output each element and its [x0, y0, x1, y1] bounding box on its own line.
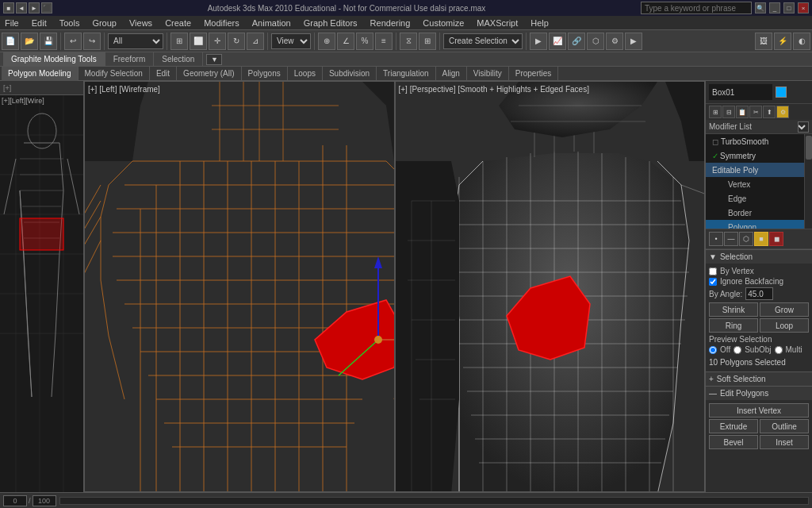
- snap-btn[interactable]: ⊕: [318, 33, 335, 50]
- miroor-btn[interactable]: ⧖: [400, 33, 417, 50]
- soft-selection-collapse-header[interactable]: + Soft Selection: [706, 371, 812, 386]
- mod-icon-1[interactable]: ⊞: [709, 106, 722, 118]
- menu-views[interactable]: Views: [128, 18, 154, 28]
- polygon-mode-btn[interactable]: ■: [754, 232, 768, 246]
- maximize-button[interactable]: □: [783, 2, 795, 13]
- render-btn[interactable]: ▶: [625, 33, 642, 50]
- select-rotate-btn[interactable]: ↻: [228, 33, 245, 50]
- inset-btn[interactable]: Inset: [760, 435, 809, 449]
- angle-snap-btn[interactable]: ∠: [337, 33, 354, 50]
- named-sel-btn[interactable]: ▶: [530, 33, 547, 50]
- outline-btn[interactable]: Outline: [760, 419, 809, 433]
- render-prod-btn[interactable]: ⚡: [774, 33, 791, 50]
- menu-edit[interactable]: Edit: [30, 18, 48, 28]
- poly-tab-polygons[interactable]: Polygons: [242, 67, 288, 81]
- redo-btn[interactable]: ↪: [83, 33, 101, 50]
- menu-help[interactable]: Help: [529, 18, 550, 28]
- search-input[interactable]: [641, 2, 752, 14]
- object-color-swatch[interactable]: [776, 87, 787, 98]
- close-button[interactable]: ×: [798, 2, 809, 13]
- activeshade-btn[interactable]: ◐: [793, 33, 810, 50]
- tb-icon-3[interactable]: ⬛: [41, 2, 52, 13]
- poly-tab-polygon-modeling[interactable]: Polygon Modeling: [2, 67, 79, 81]
- save-btn[interactable]: 💾: [40, 33, 57, 50]
- extrude-btn[interactable]: Extrude: [709, 419, 758, 433]
- edit-polygons-collapse-header[interactable]: — Edit Polygons: [706, 386, 812, 400]
- mod-icon-4[interactable]: ✂: [749, 106, 762, 118]
- menu-create[interactable]: Create: [163, 18, 193, 28]
- modifier-scrollbar-thumb[interactable]: [806, 136, 812, 160]
- menu-group[interactable]: Group: [90, 18, 118, 28]
- modifier-vertex[interactable]: Vertex: [706, 177, 812, 191]
- poly-tab-subdivision[interactable]: Subdivision: [323, 67, 377, 81]
- minimize-button[interactable]: _: [769, 2, 780, 13]
- shrink-btn[interactable]: Shrink: [709, 302, 758, 317]
- modifier-symmetry[interactable]: ✓ Symmetry: [706, 148, 812, 163]
- menu-file[interactable]: File: [3, 18, 21, 28]
- modifier-turbosmoothp[interactable]: ◻ TurboSmooth: [706, 134, 812, 148]
- modifier-list-dropdown[interactable]: ▼: [798, 121, 809, 133]
- poly-tab-modify-selection[interactable]: Modify Selection: [79, 67, 150, 81]
- modifier-border[interactable]: Border: [706, 206, 812, 220]
- menu-rendering[interactable]: Rendering: [369, 18, 412, 28]
- spinner-snap-btn[interactable]: ≡: [375, 33, 393, 50]
- modifier-edge[interactable]: Edge: [706, 191, 812, 206]
- menu-maxscript[interactable]: MAXScript: [475, 18, 519, 28]
- poly-tab-geometry-all[interactable]: Geometry (All): [177, 67, 241, 81]
- border-mode-btn[interactable]: ⬡: [739, 232, 753, 246]
- render-setup-btn[interactable]: ⚙: [606, 33, 623, 50]
- menu-graph-editors[interactable]: Graph Editors: [302, 18, 359, 28]
- select-region-btn[interactable]: ⬜: [190, 33, 207, 50]
- preview-subobj-radio[interactable]: [733, 346, 741, 354]
- menu-tools[interactable]: Tools: [58, 18, 82, 28]
- by-vertex-checkbox[interactable]: [709, 267, 717, 275]
- mod-icon-5[interactable]: ⬆: [763, 106, 776, 118]
- preview-off-radio[interactable]: [709, 346, 717, 354]
- timeline-current-frame[interactable]: 0: [3, 495, 27, 506]
- tab-graphite-modeling[interactable]: Graphite Modeling Tools: [3, 52, 105, 67]
- view-select[interactable]: View: [271, 33, 311, 49]
- ignore-backfacing-checkbox[interactable]: [709, 278, 717, 286]
- poly-tab-triangulation[interactable]: Triangulation: [377, 67, 435, 81]
- menu-modifiers[interactable]: Modifiers: [202, 18, 241, 28]
- edge-mode-btn[interactable]: —: [724, 232, 738, 246]
- mod-icon-configure[interactable]: ⚙: [776, 106, 789, 118]
- object-name-input[interactable]: Box01: [709, 84, 772, 100]
- menu-animation[interactable]: Animation: [251, 18, 293, 28]
- material-editor-btn[interactable]: ⬡: [587, 33, 604, 50]
- modifier-editable-poly[interactable]: Editable Poly: [706, 163, 812, 177]
- select-move-btn[interactable]: ✛: [209, 33, 226, 50]
- element-mode-btn[interactable]: ◼: [769, 232, 783, 246]
- align-btn[interactable]: ⊞: [419, 33, 436, 50]
- percent-snap-btn[interactable]: %: [356, 33, 373, 50]
- open-btn[interactable]: 📂: [21, 33, 38, 50]
- create-selection-select[interactable]: Create Selection S...: [443, 33, 523, 49]
- select-btn[interactable]: ⊞: [170, 33, 188, 50]
- poly-tab-align[interactable]: Align: [436, 67, 467, 81]
- undo-btn[interactable]: ↩: [64, 33, 82, 50]
- layer-select[interactable]: All: [108, 33, 163, 49]
- angle-value-input[interactable]: 45.0: [745, 287, 773, 300]
- viewport-left[interactable]: [+] [Left] [Wireframe]: [84, 81, 395, 492]
- viewport-right[interactable]: [+] [Perspective] [Smooth + Highlights +…: [395, 81, 706, 492]
- poly-tab-visibility[interactable]: Visibility: [467, 67, 509, 81]
- grow-btn[interactable]: Grow: [760, 302, 809, 317]
- tb-icon-1[interactable]: ◄: [16, 2, 27, 13]
- tab-freeform[interactable]: Freeform: [105, 52, 155, 67]
- graphite-expand-btn[interactable]: ▼: [206, 54, 222, 65]
- insert-vertex-btn[interactable]: Insert Vertex: [709, 403, 809, 418]
- render-frame-btn[interactable]: 🖼: [755, 33, 772, 50]
- search-icon[interactable]: 🔍: [755, 2, 766, 13]
- loop-btn[interactable]: Loop: [760, 318, 809, 333]
- preview-multi-radio[interactable]: [775, 346, 783, 354]
- poly-tab-loops[interactable]: Loops: [288, 67, 323, 81]
- mod-icon-2[interactable]: ⊟: [722, 106, 735, 118]
- menu-customize[interactable]: Customize: [421, 18, 465, 28]
- scale-btn[interactable]: ⊿: [247, 33, 264, 50]
- modifier-polygon[interactable]: Polygon: [706, 220, 812, 229]
- bevel-btn[interactable]: Bevel: [709, 435, 758, 449]
- schematic-btn[interactable]: 🔗: [568, 33, 585, 50]
- timeline-total-frames[interactable]: 100: [33, 495, 56, 506]
- preview-off-label[interactable]: Off: [720, 345, 730, 354]
- selection-collapse-header[interactable]: ▼ Selection: [706, 249, 812, 264]
